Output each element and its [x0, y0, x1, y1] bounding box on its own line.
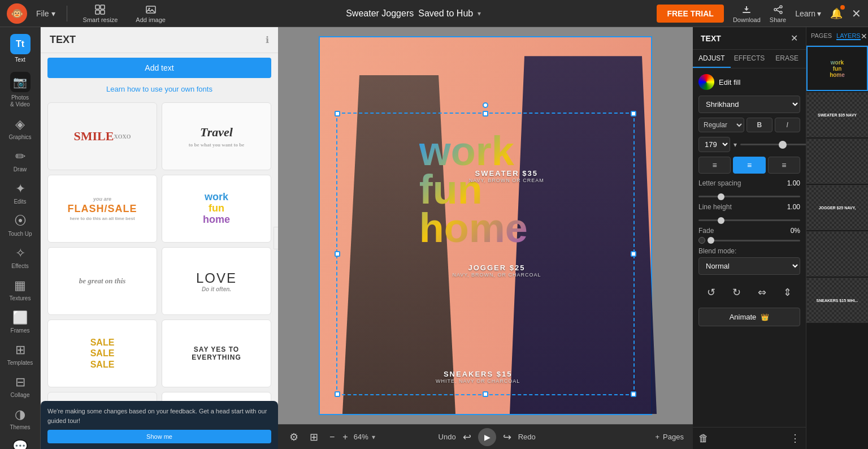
grid-button[interactable]: ⊞ [307, 429, 320, 446]
zoom-display[interactable]: 64% [354, 433, 368, 441]
italic-button[interactable]: I [775, 118, 801, 132]
layer-item-5[interactable] [806, 231, 868, 277]
template-card-be-great[interactable]: be great on this [47, 247, 157, 315]
share-button[interactable]: Share [770, 4, 786, 23]
delete-button[interactable]: 🗑 [698, 433, 709, 444]
chevron-down-icon[interactable]: ▾ [478, 10, 481, 18]
collapse-panel-button[interactable]: ‹ [274, 227, 278, 249]
layer-item-3[interactable] [806, 139, 868, 184]
learn-fonts-link[interactable]: Learn how to use your own fonts [47, 83, 271, 98]
right-panel-title: TEXT [701, 34, 721, 43]
svg-rect-0 [96, 5, 99, 9]
canvas-bottom-bar: ⚙ ⊞ − + 64% ▾ Undo ↩ ▶ ↪ Redo + Pages [278, 424, 693, 449]
svg-line-11 [776, 10, 780, 12]
smart-resize-button[interactable]: Smart resize [79, 3, 123, 24]
font-style-select[interactable]: Regular [698, 118, 744, 132]
sidebar-item-comments[interactable]: 💬 Comments [0, 435, 40, 449]
layer-preview-text-2: SWEATER $35 NAVY [817, 112, 858, 118]
chevron-down-icon-size: ▾ [734, 141, 737, 149]
edit-fill-row[interactable]: Edit fill [698, 74, 800, 90]
template-card-say-yes[interactable]: SAY YES TOEVERYTHING [162, 320, 271, 387]
more-options-button[interactable]: ⋮ [790, 432, 800, 444]
free-trial-button[interactable]: FREE TRIAL [657, 5, 723, 23]
panel-actions: Add text Learn how to use your own fonts [41, 53, 278, 98]
rotate-cw-button[interactable]: ↻ [730, 284, 743, 301]
line-height-slider[interactable] [698, 219, 800, 221]
topbar: 🐵 File ▾ Smart resize Add image Sweater … [0, 0, 868, 27]
sidebar-item-collage[interactable]: ⊟ Collage [0, 370, 40, 403]
logo-icon[interactable]: 🐵 [7, 3, 27, 24]
svg-line-10 [776, 7, 780, 9]
sidebar-item-textures[interactable]: ▦ Textures [0, 274, 40, 306]
sidebar-item-themes[interactable]: ◑ Themes [0, 403, 40, 435]
blend-mode-select[interactable]: Normal Multiply Screen Overlay [698, 257, 800, 275]
sidebar-nav: Tt Text 📷 Photos & Video ◈ Graphics ✏ Dr… [0, 27, 41, 449]
flip-horizontal-button[interactable]: ⇔ [756, 284, 769, 301]
layer-preview-text-6: SNEAKERS $15 WHI... [815, 297, 860, 304]
template-card-travel[interactable]: Travel to be what you want to be [162, 102, 271, 170]
font-select[interactable]: Shrikhand [698, 96, 800, 113]
show-me-button[interactable]: Show me [47, 430, 271, 443]
layer-item-workfunhome[interactable]: workfunhome [806, 46, 868, 91]
align-left-button[interactable]: ≡ [698, 157, 731, 174]
download-icon [741, 4, 752, 15]
layers-header: PAGES LAYERS ✕ [806, 27, 868, 46]
play-button[interactable]: ▶ [478, 428, 496, 446]
tab-effects[interactable]: EFFECTS [731, 50, 769, 68]
pages-button[interactable]: + Pages [656, 433, 684, 441]
layers-panel: PAGES LAYERS ✕ workfunhome SWEATER $35 N… [806, 27, 868, 449]
template-card-love[interactable]: LOVE Do it often. [162, 247, 271, 315]
sidebar-item-frames[interactable]: ⬜ Frames [0, 306, 40, 338]
zoom-chevron-icon[interactable]: ▾ [372, 433, 375, 441]
sidebar-item-touchup[interactable]: ⦿ Touch Up [0, 209, 40, 241]
download-button[interactable]: Download [733, 4, 761, 23]
template-card-sale-multi[interactable]: SALE SALE SALE [47, 320, 157, 387]
layer-item-sweater[interactable]: SWEATER $35 NAVY [806, 92, 868, 137]
letter-spacing-slider[interactable] [698, 196, 800, 197]
add-image-button[interactable]: Add image [131, 3, 170, 24]
file-menu[interactable]: File ▾ [36, 9, 55, 18]
fade-label: Fade [698, 227, 714, 235]
right-panel-close-button[interactable]: ✕ [791, 33, 798, 44]
undo-button[interactable]: ↩ [461, 429, 474, 446]
template-card-work-fun-home[interactable]: work fun home [162, 175, 271, 243]
fade-value: 0% [791, 227, 800, 235]
notification-bell-icon[interactable]: 🔔 [830, 7, 843, 20]
document-title: Sweater Joggers [346, 8, 414, 19]
canvas-container[interactable]: workfunhome SWEATER $35 NAVY, BROWN OR C… [278, 27, 693, 424]
sidebar-item-graphics[interactable]: ◈ Graphics [0, 113, 40, 145]
layers-panel-close-button[interactable]: ✕ [861, 32, 867, 41]
rotate-ccw-button[interactable]: ↺ [705, 284, 718, 301]
canvas[interactable]: workfunhome SWEATER $35 NAVY, BROWN OR C… [319, 36, 652, 415]
sidebar-item-draw[interactable]: ✏ Draw [0, 145, 40, 177]
fade-slider[interactable] [708, 240, 800, 241]
sidebar-item-text[interactable]: Tt Text [0, 29, 40, 67]
zoom-out-button[interactable]: − [327, 430, 337, 444]
settings-button[interactable]: ⚙ [287, 429, 301, 446]
font-size-slider[interactable] [740, 144, 806, 145]
sidebar-item-photos[interactable]: 📷 Photos & Video [0, 67, 40, 113]
learn-button[interactable]: Learn ▾ [795, 9, 821, 18]
layer-item-sneakers[interactable]: SNEAKERS $15 WHI... [806, 278, 868, 323]
align-right-button[interactable]: ≡ [768, 157, 800, 174]
flip-vertical-button[interactable]: ⇕ [781, 284, 794, 301]
animate-button[interactable]: Animate 👑 [698, 308, 800, 326]
redo-button[interactable]: ↪ [501, 429, 514, 446]
sidebar-item-edits[interactable]: ✦ Edits [0, 177, 40, 209]
tab-pages[interactable]: PAGES [811, 32, 832, 40]
canvas-text-work-fun-home: workfunhome [419, 132, 528, 248]
zoom-in-button[interactable]: + [340, 430, 350, 444]
align-center-button[interactable]: ≡ [733, 157, 765, 174]
sidebar-item-templates[interactable]: ⊞ Templates [0, 338, 40, 370]
tab-erase[interactable]: ERASE [768, 50, 806, 68]
bold-button[interactable]: B [747, 118, 772, 132]
tab-adjust[interactable]: ADJUST [693, 50, 731, 68]
layer-item-jogger[interactable]: JOGGER $25 NAVY, [806, 185, 868, 230]
tab-layers[interactable]: LAYERS [836, 32, 861, 40]
add-text-button[interactable]: Add text [47, 58, 271, 78]
template-card-smile[interactable]: SMILEXOXO [47, 102, 157, 170]
font-size-select[interactable]: 179 [698, 137, 730, 152]
template-card-flash-sale[interactable]: you are FLASH/SALE here to do this an al… [47, 175, 157, 243]
close-button[interactable]: ✕ [852, 7, 861, 20]
sidebar-item-effects[interactable]: ✧ Effects [0, 241, 40, 274]
